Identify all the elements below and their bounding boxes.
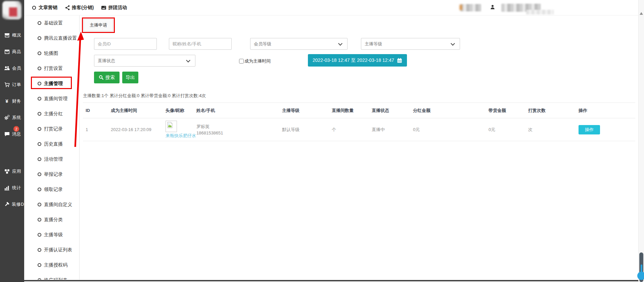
image-icon [101, 5, 106, 10]
submenu-item-report-records[interactable]: 举报记录 [24, 167, 79, 182]
cart-icon [4, 82, 10, 87]
scroll-up-arrow-icon[interactable] [640, 12, 643, 15]
sidebar-item-messages[interactable]: 消息 2 [0, 126, 24, 142]
sidebar-item-products[interactable]: 商品 [0, 43, 24, 60]
nickname-input[interactable] [169, 38, 232, 50]
col-anchor-level: 主播等级 [279, 103, 329, 118]
submenu-item-liveroom-custom[interactable]: 直播间自定义 [24, 197, 79, 212]
main-sidebar: 概况 商品 会员 订单 ¥ 财务 系统 消息 2 应用 统计 装修DIY [0, 0, 24, 282]
sidebar-item-overview[interactable]: 概况 [0, 27, 24, 43]
search-button[interactable]: 搜索 [94, 72, 120, 83]
circle-icon [38, 233, 41, 237]
circle-icon [38, 36, 41, 40]
topnav-label: 拼团活动 [108, 5, 127, 11]
topnav-label: 推客(分销) [72, 5, 94, 11]
submenu-item-tencent-live-settings[interactable]: 腾讯云直播设置 [24, 31, 79, 46]
submenu-item-reward-records[interactable]: 打赏记录 [24, 121, 79, 136]
topnav-label: 文章营销 [39, 5, 57, 11]
redacted-sub-block [526, 10, 554, 14]
sidebar-item-decorate-diy[interactable]: 装修DIY [0, 196, 24, 212]
col-become-time: 成为主播时间 [108, 103, 163, 118]
submenu-item-promo-code-list[interactable]: 推广码列表 [24, 273, 79, 280]
anchors-table: ID 成为主播时间 头像/昵称 姓名/手机 主播等级 直播间数量 直播状态 分红… [83, 103, 635, 141]
submenu-item-anchor-dividend[interactable]: 主播分红 [24, 106, 79, 121]
tab-anchor-apply[interactable]: 主播申请 [84, 19, 113, 31]
sidebar-item-orders[interactable]: 订单 [0, 76, 24, 93]
anchor-level-select[interactable]: 主播等级 [361, 38, 460, 50]
cell-dividend: 0元 [410, 118, 486, 141]
sidebar-item-system[interactable]: 系统 [0, 109, 24, 126]
date-range-button[interactable]: 2022-03-18 12:47 至 2022-03-18 12:47 [308, 54, 407, 67]
horizontal-scrollbar[interactable] [24, 280, 638, 281]
col-name-phone: 姓名/手机 [194, 103, 279, 118]
circle-icon [38, 203, 41, 206]
chat-bubble-icon [4, 131, 10, 137]
chevron-down-icon [338, 41, 342, 46]
submenu-item-anchor-level[interactable]: 主播等级 [24, 227, 79, 242]
circle-icon [38, 172, 41, 176]
submenu-item-reward-settings[interactable]: 打赏设置 [24, 61, 79, 76]
submenu-item-liveroom-management[interactable]: 直播间管理 [24, 91, 79, 106]
sidebar-item-apps[interactable]: 应用 [0, 163, 24, 179]
row-action-button[interactable]: 操作 [579, 125, 600, 134]
cell-live-status: 直播中 [369, 118, 410, 141]
export-button[interactable]: 导出 [122, 72, 138, 83]
circle-icon [38, 127, 41, 131]
submenu-item-history-live[interactable]: 历史直播 [24, 136, 79, 152]
sidebar-item-label: 消息 [12, 131, 21, 137]
app-logo[interactable] [0, 0, 24, 21]
sidebar-item-label: 统计 [12, 185, 21, 191]
product-box-icon [4, 49, 10, 54]
submenu-item-carousel[interactable]: 轮播图 [24, 46, 79, 61]
live-status-select[interactable]: 直播状态 [94, 55, 195, 67]
sidebar-item-finance[interactable]: ¥ 财务 [0, 93, 24, 109]
submenu-item-live-category[interactable]: 直播分类 [24, 212, 79, 227]
anchor-name: 罗标英 [196, 123, 279, 130]
gears-icon [4, 115, 10, 120]
vertical-scrollbar[interactable] [638, 0, 644, 282]
cell-become-time: 2022-03-16 17:20:09 [108, 118, 163, 141]
cell-room-count: 个 [329, 118, 369, 141]
share-icon [65, 5, 70, 10]
circle-icon [38, 248, 41, 252]
sidebar-item-members[interactable]: 会员 [0, 60, 24, 76]
annotation-red-box-tab: 主播申请 [82, 17, 115, 33]
sidebar-item-label: 订单 [12, 82, 21, 88]
bar-chart-icon [4, 185, 10, 191]
apps-cubes-icon [4, 168, 10, 174]
sidebar-item-label: 装修DIY [12, 201, 29, 207]
col-actions: 操作 [576, 103, 635, 118]
submenu-item-claim-records[interactable]: 领取记录 [24, 182, 79, 197]
circle-icon [38, 142, 41, 146]
overview-icon [4, 32, 10, 38]
cell-reward-count: 次 [525, 118, 576, 141]
topnav-group-activity[interactable]: 拼团活动 [101, 5, 127, 11]
col-live-status: 直播状态 [369, 103, 410, 118]
submenu-item-live-auth-list[interactable]: 开播认证列表 [24, 242, 79, 257]
cell-avatar-nickname: 来瓶快乐肥仔水 [163, 118, 194, 141]
search-icon [99, 75, 104, 80]
anchor-stats-summary: 主播数量:1个 累计分红金额:0 累计带货金额:0 累计打赏次数:4次 [83, 93, 206, 99]
chevron-down-icon [451, 41, 455, 46]
member-level-select[interactable]: 会员等级 [250, 38, 348, 50]
col-avatar-nickname: 头像/昵称 [163, 103, 194, 118]
circle-icon [38, 67, 41, 70]
circle-icon [38, 157, 41, 161]
nickname-link[interactable]: 来瓶快乐肥仔水 [166, 133, 196, 139]
topnav-article-marketing[interactable]: 文章营销 [32, 5, 57, 11]
topnav-distribution[interactable]: 推客(分销) [65, 5, 94, 11]
sidebar-item-statistics[interactable]: 统计 [0, 179, 24, 196]
submenu-item-anchor-management[interactable]: 主播管理 [24, 76, 79, 91]
circle-icon [38, 51, 41, 55]
become-time-checkbox[interactable] [239, 59, 244, 64]
submenu-item-activity-management[interactable]: 活动管理 [24, 152, 79, 167]
sidebar-item-label: 系统 [12, 115, 21, 121]
cell-sales: 0元 [486, 118, 525, 141]
submenu-item-basic-settings[interactable]: 基础设置 [24, 15, 79, 31]
col-dividend: 分红金额 [410, 103, 486, 118]
cell-anchor-level: 默认等级 [279, 118, 329, 141]
member-id-input[interactable] [94, 38, 157, 50]
sidebar-item-label: 商品 [12, 49, 21, 55]
submenu-item-anchor-auth-code[interactable]: 主播授权码 [24, 257, 79, 273]
live-submenu: 基础设置 腾讯云直播设置 轮播图 打赏设置 主播管理 直播间管理 主播分红 打赏… [24, 15, 80, 280]
